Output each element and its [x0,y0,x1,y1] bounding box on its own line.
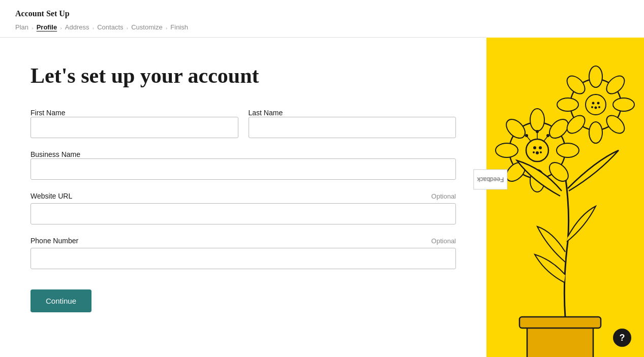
svg-point-17 [540,151,542,153]
name-row: First Name Last Name [30,109,456,138]
svg-point-4 [526,139,548,161]
svg-point-19 [589,66,602,87]
phone-number-label: Phone Number [30,237,78,245]
svg-point-38 [525,134,528,137]
breadcrumb-sep-2: › [60,24,62,30]
breadcrumb-profile[interactable]: Profile [37,23,57,31]
phone-number-row: Phone Number Optional [30,237,456,269]
website-url-input[interactable] [30,203,456,224]
svg-point-32 [598,106,600,108]
svg-point-7 [557,143,579,157]
first-name-label: First Name [30,109,238,117]
breadcrumb-sep-4: › [127,24,129,30]
svg-point-30 [595,107,597,109]
phone-number-label-row: Phone Number Optional [30,237,456,245]
svg-point-36 [536,130,539,133]
svg-rect-2 [519,317,601,328]
website-url-label-row: Website URL Optional [30,192,456,200]
last-name-label: Last Name [249,109,456,117]
svg-point-23 [589,122,602,143]
business-name-group: Business Name [30,150,456,180]
svg-point-5 [530,109,544,131]
svg-point-11 [496,143,518,157]
breadcrumb-plan[interactable]: Plan [15,23,28,31]
phone-number-optional: Optional [432,237,456,245]
help-button[interactable]: ? [613,329,631,347]
business-name-input[interactable] [30,158,456,180]
breadcrumb-address[interactable]: Address [65,23,89,31]
svg-point-13 [533,146,536,149]
website-url-group: Website URL Optional [30,192,456,224]
phone-number-group: Phone Number Optional [30,237,456,269]
svg-point-16 [533,151,535,153]
illustration [486,38,644,357]
page-header-title: Account Set Up [15,9,471,18]
svg-point-28 [592,102,595,105]
phone-number-input[interactable] [30,248,456,269]
breadcrumb-sep-3: › [93,24,95,30]
svg-point-25 [557,98,578,111]
last-name-input[interactable] [249,117,456,138]
continue-button[interactable]: Continue [30,289,91,312]
business-name-label: Business Name [30,150,456,158]
business-name-row: Business Name [30,150,456,180]
website-url-row: Website URL Optional [30,192,456,224]
svg-point-37 [546,134,549,137]
website-url-optional: Optional [432,192,456,200]
main-layout: Let's set up your account First Name Las… [0,38,644,357]
breadcrumb-contacts[interactable]: Contacts [97,23,123,31]
svg-point-29 [597,102,600,105]
svg-point-21 [613,98,634,111]
breadcrumb-sep-5: › [166,24,168,30]
svg-point-27 [586,94,606,115]
page-title: Let's set up your account [30,63,456,88]
feedback-tab[interactable]: Feedback [474,169,508,189]
first-name-input[interactable] [30,117,238,138]
first-name-group: First Name [30,109,238,138]
header: Account Set Up Plan › Profile › Address … [0,0,486,38]
svg-point-15 [536,151,539,154]
svg-point-14 [539,146,542,149]
last-name-group: Last Name [249,109,456,138]
breadcrumb-customize[interactable]: Customize [131,23,162,31]
svg-point-31 [591,106,593,108]
form-area: Let's set up your account First Name Las… [0,38,486,357]
breadcrumb-finish[interactable]: Finish [170,23,188,31]
breadcrumb-sep-1: › [32,24,34,30]
right-panel [486,38,644,357]
breadcrumb: Plan › Profile › Address › Contacts › Cu… [15,23,471,37]
website-url-label: Website URL [30,192,72,200]
